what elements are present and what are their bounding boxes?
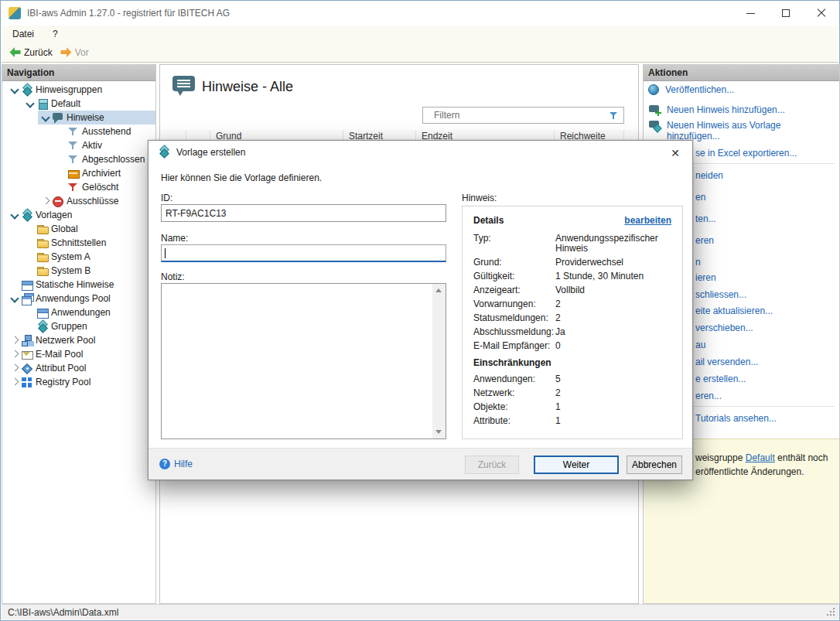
action-link-fragment[interactable]: e erstellen... xyxy=(695,374,746,384)
detail-value: 1 xyxy=(555,402,671,412)
nav-item-registry-pool[interactable]: Registry Pool xyxy=(2,375,155,389)
minimize-button[interactable] xyxy=(732,1,768,26)
nav-item-email-pool[interactable]: E-Mail Pool xyxy=(2,347,155,361)
nav-item-label: Vorlagen xyxy=(33,210,72,220)
scroll-up-button[interactable] xyxy=(432,284,446,297)
scroll-down-button[interactable] xyxy=(432,425,446,438)
default-group-link[interactable]: Default xyxy=(746,452,775,463)
weiter-button[interactable]: Weiter xyxy=(534,456,619,474)
close-button[interactable] xyxy=(804,1,839,26)
chevron-right-icon[interactable] xyxy=(9,376,21,388)
email-pool-icon xyxy=(21,349,33,360)
back-button[interactable]: Zurück xyxy=(9,47,53,58)
nav-item-geloescht[interactable]: Gelöscht xyxy=(2,180,155,194)
nav-item-hinweise[interactable]: Hinweise xyxy=(2,111,155,125)
menu-help[interactable]: ? xyxy=(45,26,66,42)
name-input[interactable] xyxy=(161,244,446,262)
template-dialog-icon xyxy=(158,146,170,158)
chevron-down-icon[interactable] xyxy=(24,97,36,110)
action-link-fragment[interactable]: se in Excel exportieren... xyxy=(695,148,797,159)
action-link-fragment[interactable]: Tutorials ansehen... xyxy=(695,414,777,424)
help-link[interactable]: Hilfe xyxy=(159,459,193,469)
action-link-fragment[interactable]: verschieben... xyxy=(695,323,753,333)
title-bar: IBI-aws Admin 1.27.0 - registriert für I… xyxy=(1,1,839,26)
maximize-button[interactable] xyxy=(768,1,804,26)
detail-label: Statusmeldungen: xyxy=(473,313,555,323)
notiz-label: Notiz: xyxy=(161,271,185,282)
abbrechen-button[interactable]: Abbrechen xyxy=(627,456,682,474)
action-veroeffentlichen[interactable]: Veröffentlichen... xyxy=(648,84,734,95)
action-link-fragment[interactable]: au xyxy=(695,340,705,350)
name-label: Name: xyxy=(161,233,188,244)
nav-item-attribut-pool[interactable]: Attribut Pool xyxy=(2,361,155,375)
action-link-fragment[interactable]: ten... xyxy=(695,214,716,224)
id-input[interactable] xyxy=(161,204,446,222)
nav-item-global[interactable]: Global xyxy=(2,222,155,236)
scrollbar[interactable] xyxy=(432,284,446,438)
notice-text: weisgruppe xyxy=(695,452,746,463)
nav-item-label: System B xyxy=(49,265,90,276)
dialog-intro-text: Hier können Sie die Vorlage definieren. xyxy=(161,172,322,183)
nav-item-hinweisgruppen[interactable]: Hinweisgruppen xyxy=(2,83,155,97)
detail-value: 2 xyxy=(555,313,671,323)
navigation-tree: Hinweisgruppen Default Hinweise Ausstehe… xyxy=(2,81,155,389)
chevron-down-icon[interactable] xyxy=(9,84,21,96)
forward-button[interactable]: Vor xyxy=(60,47,89,58)
action-link-fragment[interactable]: eren... xyxy=(695,391,722,401)
nav-item-abgeschlossen[interactable]: Abgeschlossen xyxy=(2,152,155,166)
action-hinweis-aus-vorlage[interactable]: Neuen Hinweis aus Vorlage hinzufügen... xyxy=(648,120,802,142)
nav-item-default[interactable]: Default xyxy=(2,97,155,111)
nav-item-ausstehend[interactable]: Ausstehend xyxy=(2,125,155,138)
detail-row: E-Mail Empfänger:0 xyxy=(473,341,671,351)
action-link-fragment[interactable]: en xyxy=(695,193,705,203)
nav-item-system-a[interactable]: System A xyxy=(2,250,155,264)
menu-datei[interactable]: Datei xyxy=(5,26,42,42)
filter-input[interactable] xyxy=(423,107,623,123)
chevron-down-icon[interactable] xyxy=(9,209,21,221)
chevron-down-icon[interactable] xyxy=(39,111,52,124)
notiz-textarea[interactable] xyxy=(161,283,446,439)
nav-item-statische-hinweise[interactable]: Statische Hinweise xyxy=(2,278,155,292)
action-link-fragment[interactable]: n xyxy=(695,258,701,268)
app-icon xyxy=(9,7,21,19)
dialog-close-button[interactable]: ✕ xyxy=(668,145,683,161)
details-heading: Details xyxy=(473,215,504,226)
action-link-fragment[interactable]: eren xyxy=(695,236,714,246)
nav-item-schnittstellen[interactable]: Schnittstellen xyxy=(2,236,155,250)
resize-grip[interactable] xyxy=(833,614,835,616)
detail-row: Anzeigeart:Vollbild xyxy=(473,285,671,295)
nav-item-anwendungen[interactable]: Anwendungen xyxy=(2,305,155,319)
chevron-right-icon[interactable] xyxy=(39,195,52,207)
restrictions-heading: Einschränkungen xyxy=(473,357,671,368)
filter-active-icon xyxy=(67,140,80,152)
chevron-right-icon[interactable] xyxy=(9,334,21,346)
chevron-down-icon[interactable] xyxy=(9,292,21,305)
nav-item-label: Schnittstellen xyxy=(49,237,106,248)
detail-label: Objekte: xyxy=(473,402,555,412)
action-link-fragment[interactable]: ieren xyxy=(695,273,716,283)
notice-icon xyxy=(52,112,64,124)
nav-item-anwendungs-pool[interactable]: Anwendungs Pool xyxy=(2,292,155,305)
action-neuer-hinweis[interactable]: Neuen Hinweis hinzufügen... xyxy=(648,104,785,116)
nav-item-netzwerk-pool[interactable]: Netzwerk Pool xyxy=(2,333,155,347)
chevron-right-icon[interactable] xyxy=(9,348,21,360)
bearbeiten-link[interactable]: bearbeiten xyxy=(624,215,671,226)
chevron-right-icon[interactable] xyxy=(9,362,21,374)
nav-item-ausschluesse[interactable]: Ausschlüsse xyxy=(2,194,155,208)
nav-item-system-b[interactable]: System B xyxy=(2,264,155,278)
action-link-fragment[interactable]: eite aktualisieren... xyxy=(695,306,773,316)
nav-item-vorlagen[interactable]: Vorlagen xyxy=(2,208,155,222)
action-link-fragment[interactable]: schliessen... xyxy=(695,290,746,300)
nav-item-label: Netzwerk Pool xyxy=(33,335,95,346)
nav-item-archiviert[interactable]: Archiviert xyxy=(2,166,155,180)
notice-groups-icon xyxy=(21,84,33,96)
action-label: Neuen Hinweis aus Vorlage hinzufügen... xyxy=(667,120,802,142)
detail-label: Attribute: xyxy=(473,416,555,426)
action-link-fragment[interactable]: neiden xyxy=(695,171,723,181)
nav-item-aktiv[interactable]: Aktiv xyxy=(2,138,155,152)
detail-label: Grund: xyxy=(473,258,555,268)
nav-item-label: System A xyxy=(49,251,90,262)
nav-item-gruppen[interactable]: Gruppen xyxy=(2,319,155,333)
window-title: IBI-aws Admin 1.27.0 - registriert für I… xyxy=(27,8,230,19)
action-link-fragment[interactable]: ail versenden... xyxy=(695,357,758,367)
